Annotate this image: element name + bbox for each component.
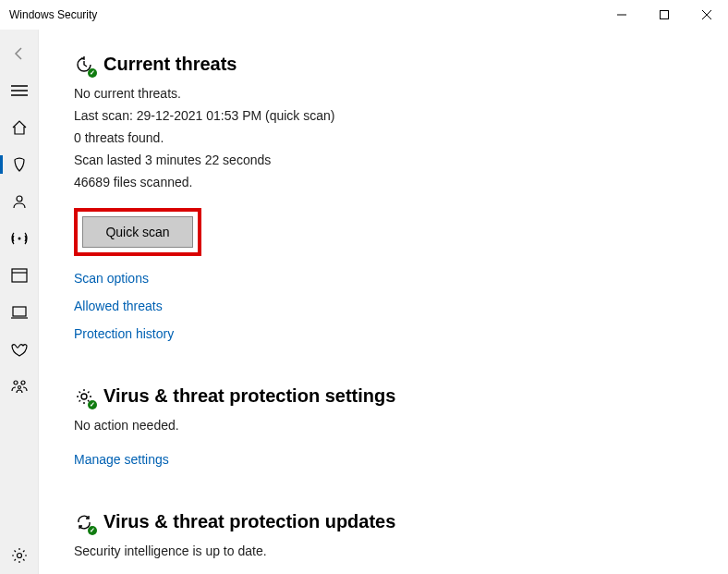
refresh-icon: [74, 512, 94, 532]
titlebar: Windows Security: [0, 0, 728, 30]
nav-device-security[interactable]: [0, 294, 39, 331]
quick-scan-highlight: Quick scan: [74, 208, 201, 256]
sidebar: [0, 30, 39, 574]
minimize-button[interactable]: [601, 0, 643, 30]
nav-virus-protection[interactable]: [0, 146, 39, 183]
protection-history-link[interactable]: Protection history: [74, 326, 693, 341]
scan-duration-text: Scan lasted 3 minutes 22 seconds: [74, 151, 693, 170]
protection-settings-section: Virus & threat protection settings No ac…: [74, 385, 693, 467]
svg-point-17: [81, 394, 87, 399]
svg-point-16: [17, 554, 21, 558]
quick-scan-button[interactable]: Quick scan: [82, 216, 193, 248]
nav-app-browser[interactable]: [0, 257, 39, 294]
scan-options-link[interactable]: Scan options: [74, 271, 693, 286]
protection-settings-heading: Virus & threat protection settings: [103, 385, 395, 407]
nav-family-options[interactable]: [0, 368, 39, 405]
svg-point-7: [17, 196, 22, 202]
protection-updates-heading: Virus & threat protection updates: [103, 511, 395, 532]
close-button[interactable]: [686, 0, 728, 30]
last-scan-text: Last scan: 29-12-2021 01:53 PM (quick sc…: [74, 106, 693, 126]
nav-firewall[interactable]: [0, 220, 39, 257]
content-area: Current threats No current threats. Last…: [39, 30, 728, 574]
current-threats-section: Current threats No current threats. Last…: [74, 54, 693, 341]
svg-point-8: [18, 238, 20, 240]
back-button[interactable]: [0, 35, 39, 72]
status-ok-badge-icon: [88, 526, 97, 535]
menu-button[interactable]: [0, 72, 39, 109]
window-title: Windows Security: [9, 8, 97, 21]
settings-status-text: No action needed.: [74, 416, 693, 435]
nav-home[interactable]: [0, 109, 39, 146]
threats-found-text: 0 threats found.: [74, 128, 693, 148]
status-ok-badge-icon: [88, 68, 97, 78]
nav-account-protection[interactable]: [0, 183, 39, 220]
protection-updates-section: Virus & threat protection updates Securi…: [74, 511, 693, 561]
maximize-button[interactable]: [643, 0, 686, 30]
gear-icon: [74, 386, 94, 407]
svg-point-13: [14, 381, 18, 385]
svg-point-15: [18, 386, 20, 389]
svg-rect-9: [12, 269, 27, 282]
svg-rect-1: [661, 11, 669, 19]
history-shield-icon: [74, 55, 94, 75]
nav-settings[interactable]: [0, 537, 39, 574]
no-threats-text: No current threats.: [74, 84, 693, 104]
files-scanned-text: 46689 files scanned.: [74, 173, 693, 192]
status-ok-badge-icon: [88, 400, 97, 409]
allowed-threats-link[interactable]: Allowed threats: [74, 299, 693, 313]
updates-status-text: Security intelligence is up to date.: [74, 542, 693, 561]
manage-settings-link[interactable]: Manage settings: [74, 452, 693, 467]
nav-device-performance[interactable]: [0, 331, 39, 368]
window-controls: [601, 0, 728, 30]
svg-point-14: [21, 381, 25, 385]
svg-rect-11: [13, 307, 26, 316]
current-threats-heading: Current threats: [103, 54, 237, 75]
